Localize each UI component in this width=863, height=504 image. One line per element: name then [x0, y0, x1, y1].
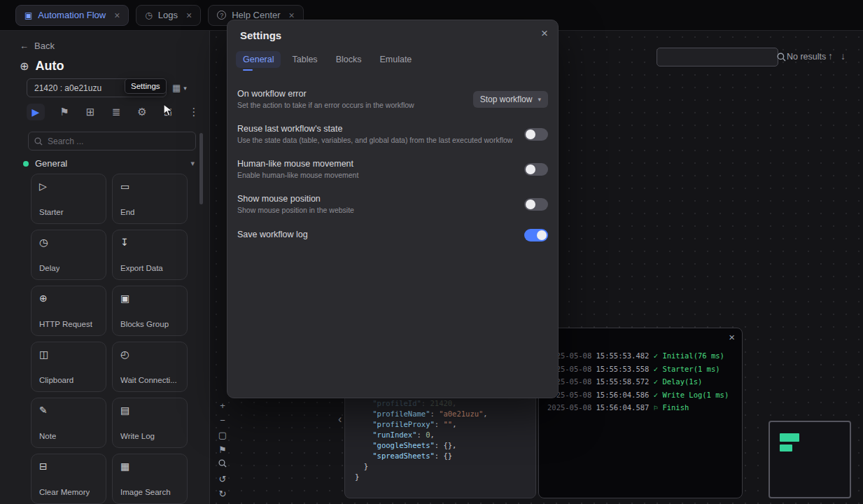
zoom-in-icon[interactable]: +: [217, 400, 228, 411]
block-card-clipboard[interactable]: ◫ Clipboard: [31, 342, 106, 392]
setting-humanlike-mouse: Human-like mouse movement Enable human-l…: [237, 159, 548, 179]
tab-logs[interactable]: ◷ Logs ×: [136, 5, 201, 26]
block-card-delay[interactable]: ◷ Delay: [31, 230, 106, 280]
block-search-input[interactable]: [48, 136, 190, 146]
storage-icon[interactable]: ≣: [110, 106, 122, 118]
settings-tooltip: Settings: [125, 78, 167, 94]
sidebar: ← Back ⊕ Auto ▦ ▾ Settings ▶ ⚑ ⊞ ≣ ⚙ ⊡ ⋮…: [0, 31, 210, 504]
close-icon[interactable]: ×: [289, 10, 295, 20]
toggle-knob: [537, 230, 547, 240]
section-status-dot: [23, 161, 29, 167]
block-card-note[interactable]: ✎ Note: [31, 398, 106, 448]
close-icon[interactable]: ×: [729, 331, 735, 343]
clear-memory-icon: ⊟: [39, 461, 48, 472]
next-result-button[interactable]: ↓: [841, 50, 846, 62]
block-card-write-log[interactable]: ▤ Write Log: [112, 398, 188, 448]
group-icon: ▣: [120, 293, 129, 304]
end-icon: ▭: [120, 181, 129, 192]
workflow-title: Auto: [35, 59, 64, 74]
previous-result-button[interactable]: ↑: [828, 50, 833, 62]
block-card-wait-connections[interactable]: ◴ Wait Connecti...: [112, 342, 188, 392]
tab-emulate[interactable]: Emulate: [372, 51, 419, 68]
tab-label: Help Center: [232, 10, 280, 20]
setting-reuse-state: Reuse last workflow's state Use the stat…: [237, 124, 548, 144]
section-general[interactable]: General ▾: [23, 158, 195, 169]
toggle-knob: [526, 200, 535, 209]
table-icon[interactable]: ⊞: [84, 106, 97, 118]
gear-icon[interactable]: ⚙: [136, 106, 148, 118]
search-icon[interactable]: [777, 52, 786, 62]
tab-tables[interactable]: Tables: [285, 51, 324, 68]
block-card-end[interactable]: ▭ End: [112, 174, 188, 224]
log-entry: 2025-05-08 15:55:58.572 ✓ Delay(1s): [547, 375, 738, 388]
block-card-image-search[interactable]: ▦ Image Search: [112, 454, 188, 504]
code-line: "profileId": 21420,: [355, 398, 535, 409]
block-card-clear-memory[interactable]: ⊟ Clear Memory: [31, 454, 106, 504]
log-entry: 2025-05-08 15:56:04.586 ✓ Write Log(1 ms…: [547, 388, 738, 402]
run-workflow-button[interactable]: ▶: [27, 104, 45, 120]
search-icon: [34, 137, 43, 146]
code-line: "runIndex": 0,: [355, 430, 535, 440]
wait-connections-icon: ◴: [120, 349, 129, 360]
block-card-starter[interactable]: ▷ Starter: [31, 174, 106, 224]
block-card-http-request[interactable]: ⊕ HTTP Request: [31, 286, 106, 336]
workflow-title-row: ⊕ Auto: [20, 59, 64, 74]
zoom-out-icon[interactable]: −: [217, 415, 228, 426]
log-entry: 2025-05-08 15:55:53.482 ✓ Initial(76 ms): [547, 349, 738, 363]
profile-menu-button[interactable]: ▦ ▾: [172, 83, 187, 93]
block-card-export-data[interactable]: ↧ Export Data: [112, 230, 188, 280]
kebab-menu-icon[interactable]: ⋮: [188, 106, 200, 118]
chevron-down-icon: ▾: [538, 96, 541, 103]
tab-blocks[interactable]: Blocks: [329, 51, 369, 68]
collapse-panel-button[interactable]: ‹: [338, 413, 342, 426]
toggle-show-mouse-position[interactable]: [524, 198, 548, 211]
play-outline-icon: ▷: [39, 181, 47, 192]
code-line: "googleSheets": {},: [355, 440, 535, 451]
workflow-error-select[interactable]: Stop workflow ▾: [473, 91, 548, 108]
note-icon: ✎: [39, 405, 48, 416]
search-results-status: No results: [787, 52, 826, 62]
minimap-node: [780, 444, 792, 451]
setting-save-workflow-log: Save workflow log: [237, 229, 548, 241]
fit-view-icon[interactable]: ▢: [217, 430, 228, 440]
undo-icon[interactable]: ↺: [217, 474, 228, 484]
canvas-minimap[interactable]: [769, 421, 851, 498]
sidebar-scrollbar[interactable]: [199, 133, 203, 204]
globe-icon: ⊕: [39, 293, 48, 304]
close-icon[interactable]: ×: [114, 10, 120, 20]
redo-icon[interactable]: ↻: [217, 489, 228, 499]
search-canvas-icon[interactable]: [217, 459, 228, 470]
toggle-save-workflow-log[interactable]: [524, 229, 548, 241]
code-line: "profileProxy": "",: [355, 419, 535, 430]
tab-label: Automation Flow: [38, 10, 106, 20]
modal-title: Settings: [240, 29, 281, 41]
tab-label: Logs: [158, 10, 178, 20]
log-entries: 2025-05-08 15:55:53.482 ✓ Initial(76 ms)…: [547, 349, 738, 414]
canvas-search-input[interactable]: [657, 48, 777, 66]
workflow-icon: ▣: [24, 10, 32, 20]
setting-on-workflow-error: On workflow error Set the action to take…: [237, 89, 548, 109]
tab-general[interactable]: General: [236, 51, 281, 68]
toggle-reuse-state[interactable]: [524, 128, 548, 141]
setting-show-mouse-position: Show mouse position Show mouse position …: [237, 194, 548, 214]
save-icon[interactable]: ⚑: [58, 106, 71, 118]
canvas-toolbar: + − ▢ ⚑ ↺ ↻: [217, 400, 228, 499]
save-position-icon[interactable]: ⚑: [217, 444, 228, 455]
package-icon[interactable]: ⊡: [162, 106, 174, 118]
close-icon[interactable]: ×: [186, 10, 192, 20]
tab-automation-flow[interactable]: ▣ Automation Flow ×: [15, 5, 129, 26]
block-grid: ▷ Starter ▭ End ◷ Delay ↧ Export Data ⊕ …: [31, 174, 188, 504]
code-line: }: [355, 461, 535, 472]
minimap-node: [780, 433, 799, 442]
settings-body: On workflow error Set the action to take…: [237, 89, 548, 256]
close-icon[interactable]: ×: [541, 27, 548, 41]
block-search-box: [28, 132, 196, 150]
block-card-blocks-group[interactable]: ▣ Blocks Group: [112, 286, 188, 336]
toggle-humanlike-mouse[interactable]: [524, 163, 548, 176]
canvas-search-box: [657, 48, 778, 66]
workflow-log-panel: × 2025-05-08 15:55:53.482 ✓ Initial(76 m…: [538, 328, 743, 498]
logs-icon: ◷: [145, 10, 152, 20]
settings-modal: Settings × General Tables Blocks Emulate…: [227, 20, 559, 398]
back-button[interactable]: ← Back: [20, 41, 55, 51]
log-entry: 2025-05-08 15:56:04.587 ⚐ Finish: [547, 401, 738, 414]
